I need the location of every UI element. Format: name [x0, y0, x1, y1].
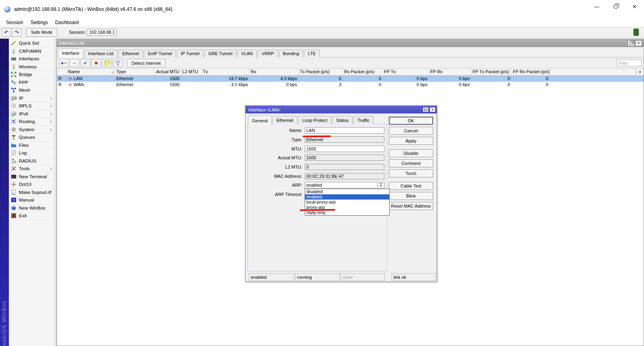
disable-button[interactable]: ✖	[91, 59, 101, 67]
arp-option-enabled[interactable]: enabled	[305, 194, 389, 200]
header-fp-tx-packet[interactable]: FP Tx Packet (p/s)	[471, 69, 512, 75]
sidebar-item-routing[interactable]: Routing	[9, 118, 54, 126]
header-tx[interactable]: Tx	[202, 69, 250, 75]
redo-button[interactable]: ↷	[12, 28, 21, 37]
sidebar-item-ipv6[interactable]: v6 IPv6	[9, 110, 54, 118]
tab-ip-tunnel[interactable]: IP Tunnel	[177, 49, 203, 58]
table-row-wan[interactable]: R WAN Ethernet 1500 3.1 kbps 0 bps 3 0 0…	[57, 82, 644, 88]
close-button[interactable]: ✕	[625, 0, 644, 13]
sidebar-item-capsman[interactable]: CAPsMAN	[9, 47, 54, 56]
sidebar-item-interfaces[interactable]: Interfaces	[9, 55, 54, 63]
sidebar-item-ip[interactable]: 255 IP	[9, 95, 54, 103]
tab-eoip-tunnel[interactable]: EoIP Tunnel	[144, 49, 176, 58]
sidebar-item-new-terminal[interactable]: >_ New Terminal	[9, 173, 54, 181]
disable-button[interactable]: Disable	[389, 149, 433, 157]
tab-bonding[interactable]: Bonding	[279, 49, 303, 58]
add-button[interactable]: + ▼	[59, 59, 68, 67]
comment-button[interactable]	[102, 59, 112, 67]
header-flag[interactable]	[57, 69, 67, 75]
sidebar-item-wireless[interactable]: Wireless	[9, 63, 54, 71]
restore-button[interactable]	[606, 0, 625, 13]
header-rx-packet[interactable]: Rx Packet (p/s)	[343, 69, 383, 75]
menu-dashboard[interactable]: Dashboard	[52, 20, 83, 25]
comment-button[interactable]: Comment	[389, 159, 433, 167]
tab-ethernet[interactable]: Ethernet	[118, 49, 143, 58]
sidebar-item-dot1x[interactable]: Dot1X	[9, 181, 54, 189]
enable-button[interactable]: ✔	[80, 59, 90, 67]
undo-button[interactable]: ↶	[2, 28, 11, 37]
remove-button[interactable]: −	[70, 59, 79, 67]
interface-list-close-button[interactable]: ✕	[635, 40, 642, 46]
tab-vrrp[interactable]: VRRP	[258, 49, 278, 58]
header-tx-packet[interactable]: Tx Packet (p/s)	[299, 69, 343, 75]
dialog-tabs: General Ethernet Loop Protect Status Tra…	[248, 115, 374, 124]
tab-loop-protect[interactable]: Loop Protect	[298, 116, 331, 124]
sidebar-item-make-supout[interactable]: Make Supout.rif	[9, 189, 54, 197]
menu-settings[interactable]: Settings	[27, 20, 52, 25]
dialog-titlebar[interactable]: Interface <LAN> ✕	[246, 106, 437, 113]
filter-button[interactable]	[113, 59, 123, 67]
dialog-close-button[interactable]: ✕	[429, 107, 436, 112]
cancel-button[interactable]: Cancel	[389, 127, 433, 135]
mdi-area: Interface List ✕ Interface Interface Lis…	[55, 39, 644, 346]
header-fp-rx-packet[interactable]: FP Rx Packet (p/s)	[512, 69, 550, 75]
detect-internet-button[interactable]: Detect Internet	[127, 59, 165, 67]
header-rx[interactable]: Rx	[250, 69, 299, 75]
sidebar-item-exit[interactable]: Exit	[9, 212, 54, 220]
tab-interface-list[interactable]: Interface List	[84, 49, 118, 58]
table-row-lan[interactable]: R LAN Ethernet 1500 19.7 kbps 4.3 kbps 6…	[57, 76, 644, 82]
interface-list-restore-button[interactable]	[627, 40, 634, 46]
header-l2-mtu[interactable]: L2 MTU	[181, 69, 202, 75]
reset-mac-address-button[interactable]: Reset MAC Address	[389, 202, 433, 210]
menu-session[interactable]: Session	[2, 20, 27, 25]
tab-traffic[interactable]: Traffic	[353, 116, 374, 124]
torch-button[interactable]: Torch	[389, 169, 433, 177]
interface-list-titlebar[interactable]: Interface List ✕	[57, 39, 644, 47]
tab-lte[interactable]: LTE	[304, 49, 320, 58]
safe-mode-button[interactable]: Safe Mode	[26, 28, 57, 37]
column-select-button[interactable]: ▼	[636, 69, 644, 75]
arp-combo[interactable]: enabled ▼	[305, 182, 384, 188]
sidebar-item-log[interactable]: Log	[9, 149, 54, 157]
submenu-arrow-icon	[50, 105, 52, 108]
sidebar-item-system[interactable]: System	[9, 126, 54, 134]
apply-button[interactable]: Apply	[389, 137, 433, 145]
tab-status[interactable]: Status	[332, 116, 353, 124]
sidebar-item-manual[interactable]: ? Manual	[9, 196, 54, 204]
minimize-button[interactable]: —	[587, 0, 606, 13]
tab-vlan[interactable]: VLAN	[237, 49, 257, 58]
cable-test-button[interactable]: Cable Test	[389, 182, 433, 190]
mtu-input[interactable]: 1500	[305, 146, 384, 152]
sidebar-item-new-winbox[interactable]: New WinBox	[9, 204, 54, 212]
session-input[interactable]	[87, 29, 117, 36]
arp-option-local-proxy-arp[interactable]: local-proxy-arp	[305, 200, 389, 205]
sidebar-item-files[interactable]: Files	[9, 142, 54, 150]
blink-button[interactable]: Blink	[389, 192, 433, 200]
header-filler	[550, 69, 636, 75]
tab-gre-tunnel[interactable]: GRE Tunnel	[204, 49, 236, 58]
tab-ethernet[interactable]: Ethernet	[272, 116, 297, 124]
arp-option-disabled[interactable]: disabled	[305, 189, 389, 194]
sidebar-item-bridge[interactable]: Bridge	[9, 71, 54, 79]
sidebar-item-mpls[interactable]: MPLS	[9, 102, 54, 110]
header-actual-mtu[interactable]: Actual MTU	[155, 69, 181, 75]
sidebar-item-mesh[interactable]: Mesh	[9, 86, 54, 95]
header-type[interactable]: Type	[115, 69, 155, 75]
find-input[interactable]	[617, 60, 642, 66]
tab-interface[interactable]: Interface	[58, 48, 83, 58]
tab-general[interactable]: General	[248, 115, 272, 125]
sidebar-item-tools[interactable]: Tools	[9, 165, 54, 173]
header-fp-tx[interactable]: FP Tx	[383, 69, 429, 75]
arp-combo-button[interactable]: ▼	[378, 182, 384, 188]
sidebar-item-queues[interactable]: Queues	[9, 134, 54, 142]
header-fp-rx[interactable]: FP Rx	[429, 69, 471, 75]
supout-file-icon	[11, 189, 17, 195]
ok-button[interactable]: OK	[389, 117, 433, 125]
header-name[interactable]: Name	[67, 69, 115, 75]
sidebar-item-ppp[interactable]: PPP	[9, 79, 54, 87]
interface-tabs: Interface Interface List Ethernet EoIP T…	[57, 47, 644, 58]
dialog-maximize-button[interactable]	[423, 107, 429, 112]
name-input[interactable]: LAN	[305, 127, 384, 134]
sidebar-item-quick-set[interactable]: Quick Set	[9, 39, 54, 47]
sidebar-item-radius[interactable]: RADIUS	[9, 157, 54, 165]
